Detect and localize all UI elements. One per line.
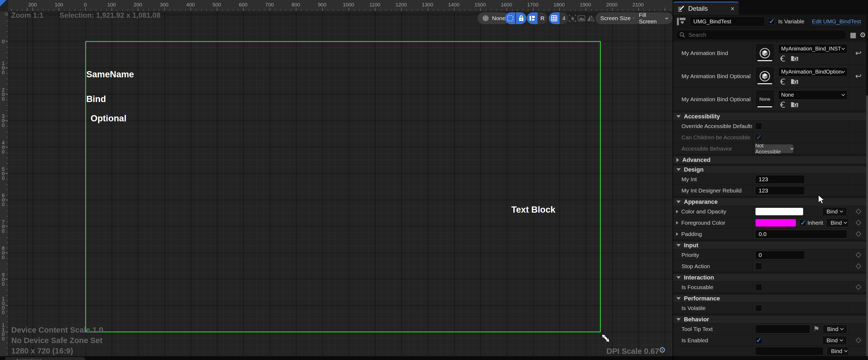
- details-tab[interactable]: Details ×: [673, 2, 739, 15]
- details-tabstrip: Details ×: [673, 0, 868, 15]
- is-enabled-checkbox[interactable]: [755, 337, 762, 344]
- is-focusable-checkbox[interactable]: [755, 284, 762, 291]
- search-input[interactable]: [688, 31, 843, 38]
- designer-canvas[interactable]: SameName Bind Optional Text Block Zoom 1…: [0, 0, 673, 360]
- scrollbar-thumb[interactable]: [866, 95, 868, 360]
- grid-snap-group: 4: [549, 12, 568, 24]
- tool-tip-text-input[interactable]: [755, 325, 810, 333]
- tool-tip-text-bind-dropdown[interactable]: Bind: [823, 325, 847, 334]
- property-rows: My Animation Bind MyAnimation_Bind_INST: [673, 41, 868, 356]
- partial-input[interactable]: [755, 347, 824, 355]
- bind-label: Bind: [827, 208, 838, 215]
- expand-triangle-icon[interactable]: [676, 232, 678, 236]
- selection-size-label: Selection: 1,921.92 x 1,081.08: [60, 11, 160, 20]
- canvas-text-samename[interactable]: SameName: [86, 69, 134, 80]
- property-row-override-accessible-defaults: Override Accessible Defaults: [673, 120, 868, 132]
- expand-triangle-icon[interactable]: [676, 210, 678, 213]
- property-row-my-int: My Int: [673, 174, 868, 185]
- reset-diamond-icon[interactable]: [856, 284, 861, 290]
- bind-label: Bind: [831, 348, 842, 354]
- close-icon[interactable]: ×: [731, 5, 735, 13]
- asset-thumbnail-cube[interactable]: [756, 45, 773, 62]
- edit-widget-link[interactable]: Edit UMG_BindTest: [812, 18, 861, 25]
- preview-background-icon[interactable]: [577, 14, 586, 23]
- selection-outline[interactable]: [85, 41, 601, 332]
- canvas-text-textblock[interactable]: Text Block: [511, 204, 555, 215]
- can-children-be-accessible-checkbox[interactable]: [755, 134, 762, 141]
- my-int-designer-rebuild-input[interactable]: [755, 186, 805, 195]
- canvas-text-optional[interactable]: Optional: [91, 113, 126, 123]
- chevron-down-icon: [840, 209, 843, 213]
- expand-triangle-icon[interactable]: [676, 221, 678, 224]
- browse-to-asset-icon[interactable]: [790, 55, 799, 62]
- details-scrollbar[interactable]: [866, 15, 868, 360]
- section-header-advanced[interactable]: Advanced: [673, 156, 868, 164]
- resolution-label: 1280 x 720 (16:9): [11, 346, 73, 356]
- widget-name-input[interactable]: [690, 17, 765, 26]
- settings-gear-icon[interactable]: ⚙: [860, 31, 866, 39]
- collapse-triangle-icon: [676, 297, 681, 300]
- animations-tab-partial[interactable]: Animations: [5, 357, 85, 360]
- asset-thumbnail-none[interactable]: None: [756, 91, 773, 108]
- priority-input[interactable]: [755, 251, 805, 259]
- display-filter-icon[interactable]: ▦: [850, 31, 857, 39]
- pick-widget-icon[interactable]: [568, 14, 577, 23]
- padding-input[interactable]: [755, 230, 847, 239]
- fill-screen-dropdown[interactable]: Fill Screen: [634, 12, 673, 24]
- asset-dropdown[interactable]: MyAnimation_BindOptional_I: [778, 67, 847, 77]
- color-and-opacity-bind-dropdown[interactable]: Bind: [822, 207, 847, 216]
- reset-diamond-icon[interactable]: [856, 220, 861, 225]
- reset-diamond-icon[interactable]: [856, 209, 861, 214]
- flip-preview-icon[interactable]: [586, 14, 595, 23]
- anchor-layout-toggle[interactable]: [527, 12, 537, 24]
- color-and-opacity-swatch[interactable]: [755, 207, 803, 216]
- my-int-input[interactable]: [755, 175, 805, 184]
- collapse-triangle-icon: [676, 168, 681, 171]
- dpi-settings-gear-icon[interactable]: ⚙: [659, 345, 666, 355]
- respect-locks-label: R: [540, 15, 544, 22]
- is-variable-checkbox[interactable]: [768, 18, 775, 25]
- reset-to-default-icon[interactable]: ↩: [855, 49, 861, 57]
- canvas-text-bind[interactable]: Bind: [86, 94, 106, 104]
- vertical-ruler: 010020030040050060070080090010001100: [0, 11, 8, 356]
- partial-bind-dropdown[interactable]: Bind: [827, 347, 848, 356]
- reset-diamond-icon[interactable]: [856, 337, 861, 343]
- reset-diamond-icon[interactable]: [856, 252, 861, 258]
- select-widgets-toggle[interactable]: [505, 12, 515, 24]
- use-selected-icon[interactable]: [779, 101, 786, 108]
- override-accessible-defaults-checkbox[interactable]: [755, 123, 762, 130]
- asset-dropdown[interactable]: MyAnimation_Bind_INST: [778, 44, 847, 53]
- grid-snap-toggle[interactable]: [549, 12, 560, 24]
- section-header-design[interactable]: Design: [673, 165, 868, 174]
- browse-to-asset-icon[interactable]: [790, 78, 799, 85]
- inherit-checkbox[interactable]: [799, 220, 806, 226]
- is-enabled-bind-dropdown[interactable]: Bind: [822, 336, 847, 345]
- section-header-appearance[interactable]: Appearance: [673, 198, 868, 206]
- section-header-behavior[interactable]: Behavior: [673, 315, 868, 324]
- property-row-priority: Priority: [673, 249, 868, 261]
- section-title: Behavior: [684, 316, 709, 323]
- foreground-color-swatch[interactable]: [755, 219, 796, 227]
- property-row-is-volatile: Is Volatile: [673, 303, 868, 314]
- bind-label: Bind: [831, 220, 842, 226]
- is-volatile-checkbox[interactable]: [755, 305, 762, 312]
- section-header-accessibility[interactable]: Accessibility: [673, 112, 868, 120]
- asset-thumbnail-cube[interactable]: [756, 68, 773, 85]
- reset-to-default-icon[interactable]: ↩: [855, 72, 861, 81]
- stop-action-checkbox[interactable]: [755, 263, 762, 270]
- reset-diamond-icon[interactable]: [856, 264, 861, 269]
- use-selected-icon[interactable]: [779, 78, 786, 85]
- browse-to-asset-icon[interactable]: [790, 101, 799, 108]
- reset-diamond-icon[interactable]: [856, 231, 861, 237]
- search-box[interactable]: [676, 30, 846, 40]
- localization-flag-icon[interactable]: ⚑: [813, 325, 819, 333]
- use-selected-icon[interactable]: [779, 55, 786, 62]
- section-header-performance[interactable]: Performance: [673, 294, 868, 303]
- foreground-color-bind-dropdown[interactable]: Bind: [826, 218, 848, 227]
- resize-handle-icon[interactable]: [600, 332, 612, 344]
- accessible-behavior-dropdown[interactable]: Not Accessible: [755, 144, 793, 153]
- property-label: My Animation Bind: [681, 50, 728, 56]
- asset-dropdown[interactable]: None: [778, 90, 847, 100]
- section-header-input[interactable]: Input: [673, 241, 868, 249]
- section-header-interaction[interactable]: Interaction: [673, 273, 868, 282]
